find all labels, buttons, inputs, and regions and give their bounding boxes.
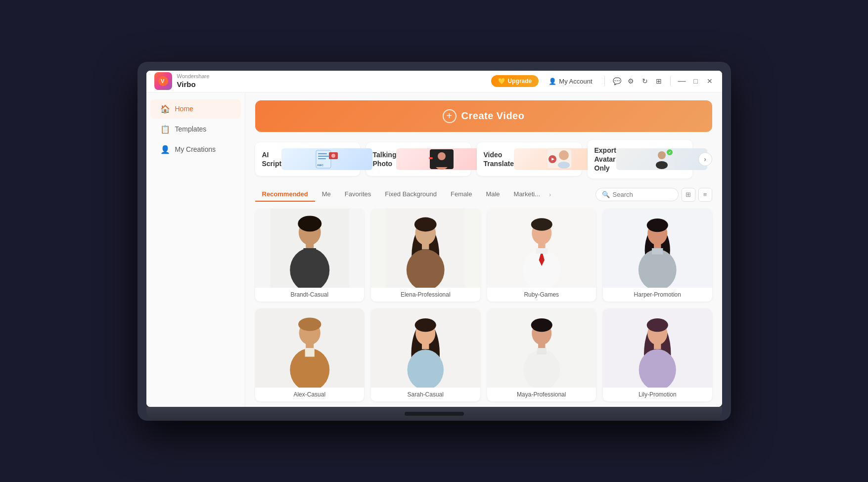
plus-icon: + (443, 109, 457, 123)
export-avatar-label-line2: Avatar Only (594, 155, 616, 173)
svg-text:✓: ✓ (668, 150, 672, 155)
search-box: 🔍 ⊞ ≡ (595, 188, 712, 202)
main-layout: 🏠 Home 📋 Templates 👤 My Creations + (146, 92, 722, 407)
svg-rect-34 (422, 244, 429, 249)
settings-icon[interactable]: ⚙ (627, 77, 636, 86)
ai-script-label: AI Script (262, 150, 282, 168)
avatar-image-elena (371, 209, 480, 288)
avatar-name-alex: Alex-Casual (255, 388, 365, 401)
svg-rect-67 (537, 348, 546, 354)
title-bar-left: V Wondershare Virbo (154, 72, 210, 90)
my-account-label: My Account (559, 78, 592, 85)
feature-card-export-avatar[interactable]: Export Avatar Only ✓ (588, 140, 692, 179)
svg-text:ABC: ABC (317, 164, 324, 167)
talking-photo-label: Talking Photo (373, 150, 397, 168)
upgrade-icon: 💛 (498, 78, 505, 85)
sidebar-item-my-creations[interactable]: 👤 My Creations (150, 140, 241, 159)
refresh-icon[interactable]: ↻ (640, 77, 649, 86)
avatar-name-sarah: Sarah-Casual (371, 388, 480, 401)
content-area: + Create Video AI Script (245, 92, 722, 407)
feature-card-video-translate[interactable]: Video Translate (477, 142, 582, 176)
tab-female[interactable]: Female (444, 187, 479, 202)
svg-point-10 (438, 152, 446, 160)
tab-male[interactable]: Male (479, 187, 506, 202)
feature-cards-row: AI Script ABC (255, 140, 712, 179)
search-input[interactable] (613, 191, 672, 198)
grid-view-toggle[interactable]: ⊞ (682, 188, 695, 202)
create-video-label: Create Video (461, 110, 525, 122)
talking-photo-thumbnail (396, 148, 487, 170)
app-name-block: Wondershare Virbo (177, 73, 210, 88)
svg-rect-42 (536, 248, 548, 254)
video-translate-label-line1: Video (484, 150, 514, 159)
avatar-card-maya[interactable]: Maya-Professional (487, 308, 596, 401)
svg-rect-12 (436, 162, 448, 167)
avatar-name-brandt: Brandt-Casual (255, 288, 365, 302)
avatar-grid: Brandt-Casual (255, 209, 712, 401)
tab-fixed-background[interactable]: Fixed Background (378, 187, 444, 202)
avatar-image-ruby (487, 209, 596, 288)
avatar-card-sarah[interactable]: Sarah-Casual (371, 308, 480, 401)
svg-point-46 (647, 219, 668, 232)
tab-marketing[interactable]: Marketi... (507, 187, 547, 202)
video-translate-label-line2: Translate (484, 159, 514, 168)
avatar-card-alex[interactable]: Alex-Casual (255, 308, 365, 401)
feature-cards-next-button[interactable]: › (698, 152, 712, 166)
avatar-image-lily (603, 308, 712, 388)
sidebar: 🏠 Home 📋 Templates 👤 My Creations (146, 92, 245, 407)
svg-text:V: V (161, 78, 165, 84)
search-icon: 🔍 (602, 191, 610, 198)
home-icon: 🏠 (160, 104, 170, 114)
avatar-card-lily[interactable]: Lily-Promotion (603, 308, 712, 401)
divider2 (670, 76, 671, 86)
app-title: Virbo (177, 80, 210, 89)
svg-point-64 (531, 318, 552, 332)
avatar-card-harper[interactable]: Harper-Promotion (603, 209, 712, 302)
export-avatar-label-line1: Export (594, 146, 616, 155)
grid-icon[interactable]: ⊞ (654, 77, 663, 86)
sidebar-item-home[interactable]: 🏠 Home (150, 99, 241, 119)
list-view-toggle[interactable]: ≡ (698, 188, 712, 202)
app-window: V Wondershare Virbo 💛 Upgrade 👤 My Accou… (146, 71, 722, 407)
laptop-base (146, 407, 722, 421)
svg-point-71 (647, 318, 668, 332)
sidebar-creations-label: My Creations (175, 145, 216, 153)
maximize-button[interactable]: □ (691, 77, 700, 86)
feature-card-talking-photo[interactable]: Talking Photo (366, 142, 471, 176)
my-account-button[interactable]: 👤 My Account (545, 76, 596, 87)
avatar-card-elena[interactable]: Elena-Professional (371, 209, 480, 302)
svg-rect-3 (318, 153, 327, 154)
svg-point-33 (414, 218, 437, 232)
avatar-image-maya (487, 308, 596, 388)
sidebar-templates-label: Templates (175, 125, 207, 133)
avatar-image-brandt (255, 209, 365, 288)
tabs-more-button[interactable]: › (547, 188, 553, 201)
tab-recommended[interactable]: Recommended (255, 187, 315, 202)
svg-rect-5 (318, 158, 326, 159)
laptop-notch (405, 412, 464, 416)
avatar-card-ruby[interactable]: Ruby-Games (487, 209, 596, 302)
create-video-button[interactable]: + Create Video (255, 100, 712, 132)
app-logo: V (154, 72, 172, 90)
upgrade-button[interactable]: 💛 Upgrade (491, 75, 539, 87)
sidebar-item-templates[interactable]: 📋 Templates (150, 120, 241, 139)
filter-tabs-bar: Recommended Me Favorites Fixed Backgroun… (255, 187, 712, 202)
close-button[interactable]: ✕ (705, 77, 714, 86)
svg-rect-4 (318, 156, 329, 157)
minimize-button[interactable]: — (678, 77, 686, 86)
avatar-card-brandt[interactable]: Brandt-Casual (255, 209, 365, 302)
avatar-name-ruby: Ruby-Games (487, 288, 596, 302)
svg-point-15 (559, 150, 569, 160)
svg-rect-72 (654, 344, 661, 349)
svg-point-26 (298, 216, 321, 231)
avatar-image-alex (255, 308, 365, 388)
avatar-image-harper (603, 209, 712, 288)
svg-point-20 (658, 151, 666, 159)
message-icon[interactable]: 💬 (613, 77, 622, 86)
tab-favorites[interactable]: Favorites (338, 187, 378, 202)
avatar-name-elena: Elena-Professional (371, 288, 480, 302)
title-icons: 💬 ⚙ ↻ ⊞ — □ ✕ (613, 76, 714, 86)
tab-me[interactable]: Me (315, 187, 338, 202)
avatar-name-harper: Harper-Promotion (603, 288, 712, 302)
feature-card-ai-script[interactable]: AI Script ABC (255, 142, 360, 176)
